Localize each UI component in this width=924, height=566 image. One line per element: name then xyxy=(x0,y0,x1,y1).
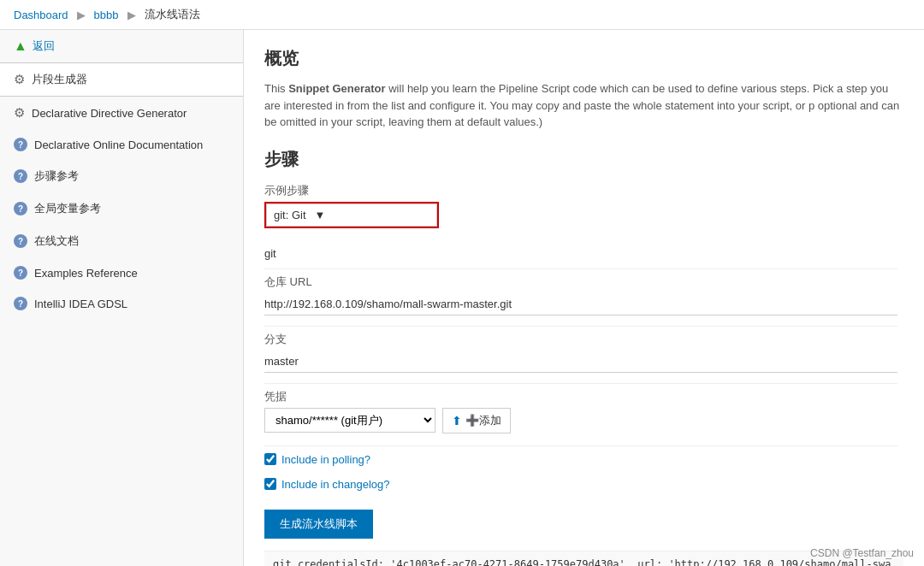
breadcrumb: Dashboard ▶ bbbb ▶ 流水线语法 xyxy=(0,0,924,30)
help-icon-online-docs: ? xyxy=(14,234,27,248)
include-polling-label: Include in polling? xyxy=(281,453,370,466)
sidebar-item-label-global-var: 全局变量参考 xyxy=(34,201,101,216)
sidebar-back-label: 返回 xyxy=(33,38,55,54)
credentials-group: 凭据 shamo/****** (git用户) ⬆ ➕添加 xyxy=(264,389,903,433)
sidebar-item-global-var[interactable]: ? 全局变量参考 xyxy=(0,192,243,225)
sidebar-item-label-step-ref: 步骤参考 xyxy=(34,168,79,184)
step-selector-container: git: Git ▼ xyxy=(264,202,439,228)
sidebar-item-label-online-docs: 在线文档 xyxy=(34,233,79,249)
sidebar-back-button[interactable]: ▲ 返回 xyxy=(0,30,243,62)
step-selector-label: 示例步骤 xyxy=(264,183,903,198)
sidebar-item-declarative-directive[interactable]: ⚙ Declarative Directive Generator xyxy=(0,97,243,129)
divider-1 xyxy=(264,268,897,269)
step-selector-group: 示例步骤 git: Git ▼ xyxy=(264,183,903,230)
snippet-generator-bold: Snippet Generator xyxy=(288,82,385,95)
dropdown-arrow-icon: ▼ xyxy=(315,209,326,221)
sidebar-item-snippet-generator[interactable]: ⚙ 片段生成器 xyxy=(0,62,243,97)
sidebar-item-label-intellij-gdsl: IntelliJ IDEA GDSL xyxy=(34,298,127,310)
breadcrumb-sep-2: ▶ xyxy=(127,9,136,21)
divider-3 xyxy=(264,383,897,384)
credentials-label: 凭据 xyxy=(264,389,903,404)
breadcrumb-current: 流水线语法 xyxy=(145,7,200,22)
sidebar-item-label-declarative: Declarative Directive Generator xyxy=(32,107,187,120)
arrow-up-icon: ▲ xyxy=(14,38,27,54)
generate-pipeline-button[interactable]: 生成流水线脚本 xyxy=(264,510,373,539)
gear-icon-snippet: ⚙ xyxy=(14,72,25,87)
include-changelog-label: Include in changelog? xyxy=(281,478,390,491)
sidebar: ▲ 返回 ⚙ 片段生成器 ⚙ Declarative Directive Gen… xyxy=(0,30,244,566)
repo-url-group: 仓库 URL xyxy=(264,274,903,315)
include-changelog-row: Include in changelog? xyxy=(264,476,903,492)
overview-description: This Snippet Generator will help you lea… xyxy=(264,80,903,131)
sidebar-item-step-ref[interactable]: ? 步骤参考 xyxy=(0,160,243,192)
step-selector-dropdown[interactable]: git: Git ▼ xyxy=(266,203,437,227)
help-icon-step-ref: ? xyxy=(14,169,27,183)
branch-group: 分支 xyxy=(264,332,903,373)
breadcrumb-bbbb[interactable]: bbbb xyxy=(94,9,119,21)
sidebar-item-label-declarative-online: Declarative Online Documentation xyxy=(34,139,203,151)
add-btn-label: ➕添加 xyxy=(465,413,501,428)
help-icon-examples-ref: ? xyxy=(14,266,27,280)
steps-title: 步骤 xyxy=(264,148,903,171)
sidebar-item-label-examples-ref: Examples Reference xyxy=(34,267,138,280)
include-changelog-checkbox[interactable] xyxy=(264,478,276,490)
help-icon-declarative-online: ? xyxy=(14,138,27,151)
branch-label: 分支 xyxy=(264,332,903,347)
sidebar-item-examples-ref[interactable]: ? Examples Reference xyxy=(0,257,243,288)
bottom-credit: CSDN @Testfan_zhou xyxy=(810,547,914,559)
add-arrow-icon: ⬆ xyxy=(452,414,462,427)
sidebar-item-declarative-online[interactable]: ? Declarative Online Documentation xyxy=(0,129,243,160)
sidebar-item-online-docs[interactable]: ? 在线文档 xyxy=(0,225,243,257)
breadcrumb-dashboard[interactable]: Dashboard xyxy=(14,9,68,21)
breadcrumb-sep-1: ▶ xyxy=(77,9,86,21)
divider-4 xyxy=(264,445,897,446)
repo-url-input[interactable] xyxy=(264,293,897,315)
repo-url-label: 仓库 URL xyxy=(264,274,903,290)
help-icon-intellij-gdsl: ? xyxy=(14,297,27,310)
include-polling-row: Include in polling? xyxy=(264,451,903,468)
sidebar-item-label-snippet: 片段生成器 xyxy=(32,72,87,87)
code-output: git credentialsId: '4c1003ef-ac70-4271-8… xyxy=(264,551,903,567)
divider-2 xyxy=(264,326,897,327)
credentials-row: shamo/****** (git用户) ⬆ ➕添加 xyxy=(264,408,903,433)
git-label: git xyxy=(264,242,903,263)
add-credentials-button[interactable]: ⬆ ➕添加 xyxy=(442,408,511,433)
sidebar-item-intellij-gdsl[interactable]: ? IntelliJ IDEA GDSL xyxy=(0,288,243,319)
include-polling-checkbox[interactable] xyxy=(264,453,276,465)
branch-input[interactable] xyxy=(264,351,897,373)
overview-title: 概览 xyxy=(264,47,903,70)
credentials-select[interactable]: shamo/****** (git用户) xyxy=(264,408,435,433)
content-area: 概览 This Snippet Generator will help you … xyxy=(244,30,924,566)
gear-icon-declarative: ⚙ xyxy=(14,105,25,121)
step-selector-value: git: Git xyxy=(274,209,306,221)
help-icon-global-var: ? xyxy=(14,202,27,215)
